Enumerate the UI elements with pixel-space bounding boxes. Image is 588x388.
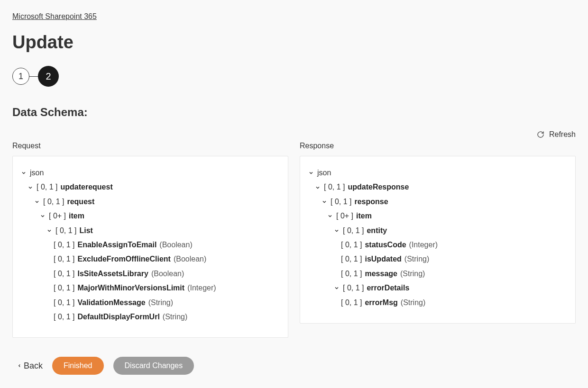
tree-node-label: statusCode: [365, 238, 406, 252]
tree-node-label: response: [354, 195, 388, 209]
tree-leaf[interactable]: [ 0, 1 ] statusCode (Integer): [308, 238, 568, 252]
request-column: Request json [ 0, 1 ] updaterequest [: [12, 142, 288, 338]
refresh-button[interactable]: Refresh: [12, 130, 576, 139]
tree-node-type: (String): [163, 310, 187, 324]
tree-node-type: (Integer): [187, 281, 216, 295]
tree-leaf[interactable]: [ 0, 1 ] EnableAssignToEmail (Boolean): [20, 238, 280, 252]
chevron-down-icon: [321, 199, 328, 205]
tree-node-label: MajorWithMinorVersionsLimit: [77, 281, 184, 295]
tree-node-cardinality: [ 0, 1 ]: [54, 310, 74, 324]
tree-node-cardinality: [ 0+ ]: [336, 209, 353, 223]
tree-node-cardinality: [ 0, 1 ]: [341, 267, 362, 281]
tree-node-json[interactable]: json: [20, 166, 280, 180]
tree-leaf[interactable]: [ 0, 1 ] ExcludeFromOfflineClient (Boole…: [20, 252, 280, 266]
tree-node-cardinality: [ 0, 1 ]: [341, 238, 362, 252]
tree-node-cardinality: [ 0, 1 ]: [331, 195, 351, 209]
page-title: Update: [12, 32, 576, 53]
tree-node-updateresponse[interactable]: [ 0, 1 ] updateResponse: [308, 180, 568, 194]
tree-node-item[interactable]: [ 0+ ] item: [20, 209, 280, 223]
tree-leaf[interactable]: [ 0, 1 ] ValidationMessage (String): [20, 296, 280, 310]
tree-node-list[interactable]: [ 0, 1 ] List: [20, 224, 280, 238]
tree-node-label: errorMsg: [365, 296, 397, 310]
tree-node-label: ValidationMessage: [77, 296, 145, 310]
tree-node-response[interactable]: [ 0, 1 ] response: [308, 195, 568, 209]
chevron-down-icon: [333, 285, 340, 291]
tree-node-type: (String): [148, 296, 173, 310]
step-connector: [29, 76, 38, 77]
tree-node-label: isUpdated: [365, 252, 401, 266]
request-column-title: Request: [12, 142, 288, 150]
tree-node-label: ExcludeFromOfflineClient: [77, 252, 170, 266]
tree-node-type: (String): [401, 296, 425, 310]
tree-node-cardinality: [ 0, 1 ]: [54, 252, 74, 266]
tree-node-type: (Integer): [409, 238, 438, 252]
response-column: Response json [ 0, 1 ] updateResponse: [300, 142, 576, 338]
tree-node-cardinality: [ 0+ ]: [49, 209, 66, 223]
chevron-down-icon: [46, 227, 53, 234]
tree-node-label: DefaultDisplayFormUrl: [77, 310, 159, 324]
tree-node-label: EnableAssignToEmail: [77, 238, 156, 252]
tree-node-cardinality: [ 0, 1 ]: [343, 224, 364, 238]
tree-node-cardinality: [ 0, 1 ]: [341, 296, 362, 310]
tree-node-cardinality: [ 0, 1 ]: [43, 195, 64, 209]
tree-node-label: message: [365, 267, 397, 281]
back-button[interactable]: Back: [17, 361, 43, 371]
tree-node-json[interactable]: json: [308, 166, 568, 180]
tree-node-label: entity: [367, 224, 387, 238]
tree-node-type: (Boolean): [159, 238, 192, 252]
tree-node-cardinality: [ 0, 1 ]: [54, 238, 74, 252]
tree-node-request[interactable]: [ 0, 1 ] request: [20, 195, 280, 209]
breadcrumb-link[interactable]: Microsoft Sharepoint 365: [12, 12, 97, 20]
tree-leaf[interactable]: [ 0, 1 ] MajorWithMinorVersionsLimit (In…: [20, 281, 280, 295]
tree-node-item[interactable]: [ 0+ ] item: [308, 209, 568, 223]
tree-node-type: (String): [400, 267, 425, 281]
tree-node-label: json: [30, 166, 44, 180]
request-panel: json [ 0, 1 ] updaterequest [ 0, 1 ] req…: [12, 156, 288, 338]
tree-node-cardinality: [ 0, 1 ]: [54, 267, 74, 281]
tree-node-label: request: [67, 195, 94, 209]
tree-leaf[interactable]: [ 0, 1 ] DefaultDisplayFormUrl (String): [20, 310, 280, 324]
tree-node-errordetails[interactable]: [ 0, 1 ] errorDetails: [308, 281, 568, 295]
refresh-label: Refresh: [549, 130, 576, 139]
tree-node-label: IsSiteAssetsLibrary: [77, 267, 148, 281]
chevron-down-icon: [20, 170, 27, 176]
step-2[interactable]: 2: [38, 66, 59, 87]
tree-leaf[interactable]: [ 0, 1 ] message (String): [308, 267, 568, 281]
chevron-down-icon: [34, 199, 40, 205]
back-label: Back: [24, 361, 43, 371]
refresh-icon: [537, 131, 544, 138]
finished-button[interactable]: Finished: [52, 357, 103, 375]
section-title: Data Schema:: [12, 106, 576, 119]
tree-node-label: item: [356, 209, 372, 223]
tree-node-label: json: [317, 166, 331, 180]
tree-leaf[interactable]: [ 0, 1 ] errorMsg (String): [308, 296, 568, 310]
tree-node-label: updaterequest: [60, 180, 112, 194]
chevron-left-icon: [17, 362, 22, 369]
chevron-down-icon: [314, 184, 321, 191]
tree-node-cardinality: [ 0, 1 ]: [324, 180, 345, 194]
tree-node-label: updateResponse: [348, 180, 409, 194]
tree-leaf[interactable]: [ 0, 1 ] IsSiteAssetsLibrary (Boolean): [20, 267, 280, 281]
response-panel: json [ 0, 1 ] updateResponse [ 0, 1 ] re…: [300, 156, 576, 324]
chevron-down-icon: [327, 213, 333, 219]
chevron-down-icon: [333, 227, 340, 234]
tree-node-entity[interactable]: [ 0, 1 ] entity: [308, 224, 568, 238]
tree-node-label: List: [79, 224, 92, 238]
step-1[interactable]: 1: [12, 68, 29, 85]
tree-node-cardinality: [ 0, 1 ]: [341, 252, 362, 266]
tree-node-cardinality: [ 0, 1 ]: [54, 296, 74, 310]
tree-node-cardinality: [ 0, 1 ]: [54, 281, 74, 295]
tree-node-updaterequest[interactable]: [ 0, 1 ] updaterequest: [20, 180, 280, 194]
tree-node-label: errorDetails: [367, 281, 409, 295]
stepper: 1 2: [12, 66, 576, 87]
tree-node-cardinality: [ 0, 1 ]: [37, 180, 57, 194]
chevron-down-icon: [27, 184, 34, 191]
chevron-down-icon: [39, 213, 46, 219]
tree-node-type: (Boolean): [151, 267, 184, 281]
tree-leaf[interactable]: [ 0, 1 ] isUpdated (String): [308, 252, 568, 266]
response-column-title: Response: [300, 142, 576, 150]
tree-node-type: (Boolean): [174, 252, 206, 266]
tree-node-cardinality: [ 0, 1 ]: [55, 224, 76, 238]
tree-node-type: (String): [404, 252, 429, 266]
discard-changes-button[interactable]: Discard Changes: [113, 357, 194, 375]
